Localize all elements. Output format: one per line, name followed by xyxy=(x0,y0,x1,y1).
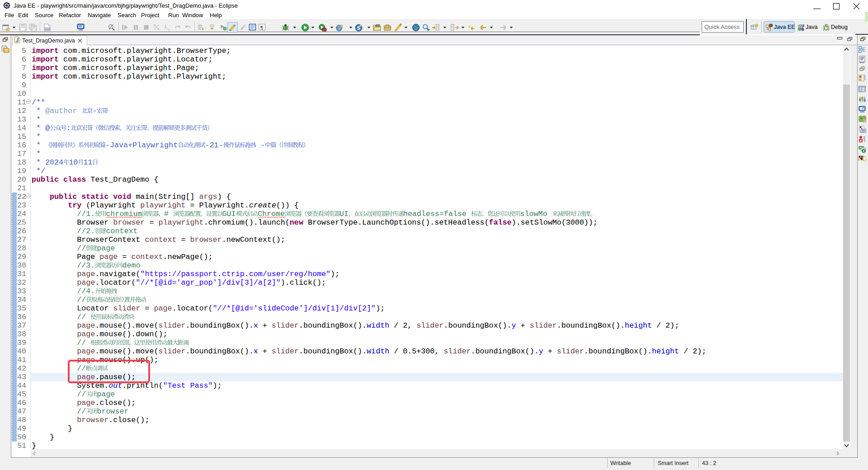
svg-text:C: C xyxy=(224,27,226,30)
svg-text:J: J xyxy=(802,24,804,28)
svg-text:010: 010 xyxy=(45,28,50,31)
svg-text:T: T xyxy=(860,154,864,161)
svg-text:¶: ¶ xyxy=(260,24,263,31)
svg-text:J: J xyxy=(16,38,19,43)
svg-text:X: X xyxy=(860,139,862,143)
